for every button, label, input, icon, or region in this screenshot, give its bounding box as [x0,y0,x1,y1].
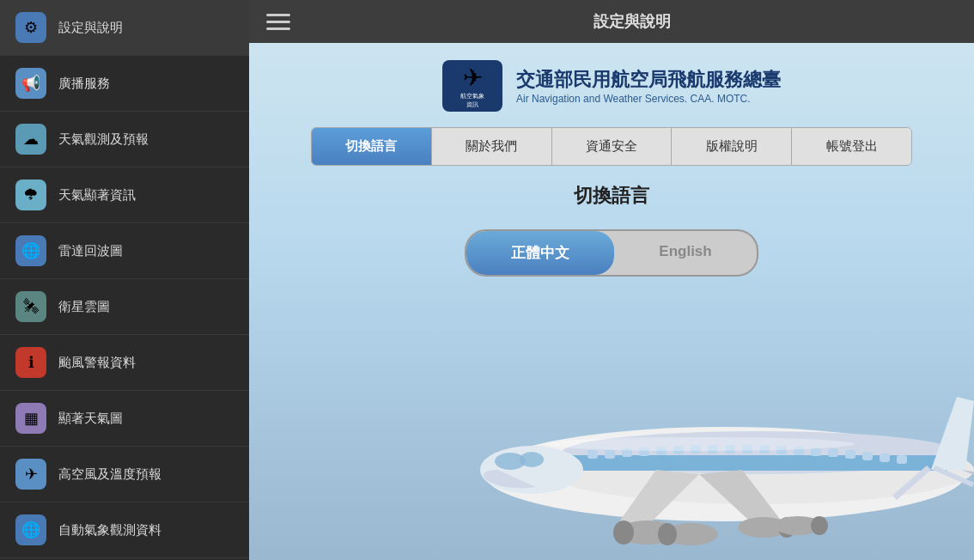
sidebar-label-settings: 設定與說明 [58,20,123,36]
sidebar-item-weather-sig[interactable]: 🌩天氣顯著資訊 [0,167,249,223]
tab-about[interactable]: 關於我們 [432,128,552,165]
svg-point-25 [520,452,544,467]
broadcast-icon: 📢 [15,68,46,99]
org-name-zh: 交通部民用航空局飛航服務總臺 [516,67,781,93]
svg-rect-4 [587,450,598,459]
tab-lang[interactable]: 切換語言 [312,128,432,165]
sidebar-label-sigwx: 顯著天氣圖 [58,411,123,427]
sidebar: ⚙設定與說明📢廣播服務☁天氣觀測及預報🌩天氣顯著資訊🌐雷達回波圖🛰衛星雲圖ℹ颱風… [0,0,249,560]
svg-point-33 [811,516,828,535]
tab-bar: 切換語言關於我們資通安全版權說明帳號登出 [311,127,912,166]
org-logo: ✈ 航空氣象資訊 [442,60,502,112]
sidebar-label-weather-sig: 天氣顯著資訊 [58,187,136,204]
sidebar-item-radar[interactable]: 🌐雷達回波圖 [0,223,249,279]
sidebar-label-satellite: 衛星雲圖 [58,299,110,315]
sidebar-item-settings[interactable]: ⚙設定與說明 [0,0,249,56]
sidebar-item-weather-obs[interactable]: ☁天氣觀測及預報 [0,112,249,167]
radar-icon: 🌐 [15,235,46,266]
sidebar-label-wind: 高空風及溫度預報 [58,466,161,483]
settings-icon: ⚙ [15,12,46,43]
language-toggle: 正體中文English [465,229,758,277]
sidebar-item-auto[interactable]: 🌐自動氣象觀測資料 [0,502,249,558]
svg-point-29 [658,523,677,545]
svg-rect-20 [862,452,873,460]
logo-text: 航空氣象資訊 [460,92,484,109]
content-area: ✈ 航空氣象資訊 交通部民用航空局飛航服務總臺 Air Navigation a… [249,43,974,560]
auto-icon: 🌐 [15,514,46,545]
lang-btn-en[interactable]: English [614,231,756,275]
top-header: 設定與說明 [249,0,974,43]
sidebar-label-weather-obs: 天氣觀測及預報 [58,131,149,148]
sidebar-label-auto: 自動氣象觀測資料 [58,522,161,539]
wind-icon: ✈ [15,459,46,490]
sidebar-item-sigwx[interactable]: ▦顯著天氣圖 [0,391,249,447]
tab-logout[interactable]: 帳號登出 [792,128,911,165]
sigwx-icon: ▦ [15,403,46,434]
hamburger-menu[interactable] [266,14,290,30]
svg-rect-19 [845,450,855,459]
weather-sig-icon: 🌩 [15,180,46,210]
svg-rect-21 [880,453,890,462]
typhoon-icon: ℹ [15,347,46,378]
airplane-icon: ✈ [463,64,483,92]
tab-security[interactable]: 資通安全 [552,128,673,165]
svg-rect-18 [828,448,838,457]
main-panel: 設定與說明 ✈ 航空氣象資訊 交通部民用航空局飛航服務總臺 Air Naviga… [249,0,974,560]
sidebar-item-satellite[interactable]: 🛰衛星雲圖 [0,279,249,335]
svg-rect-22 [897,455,907,464]
svg-point-27 [613,520,634,545]
org-header: ✈ 航空氣象資訊 交通部民用航空局飛航服務總臺 Air Navigation a… [270,60,953,112]
svg-point-34 [545,437,854,451]
satellite-icon: 🛰 [15,291,46,322]
lang-btn-zh[interactable]: 正體中文 [466,231,614,275]
svg-rect-5 [605,450,615,459]
weather-obs-icon: ☁ [15,124,46,155]
svg-rect-3 [562,455,948,471]
org-name-en: Air Navigation and Weather Services. CAA… [516,93,781,105]
sidebar-label-radar: 雷達回波圖 [58,243,123,259]
sidebar-label-typhoon: 颱風警報資料 [58,355,136,371]
header-title: 設定與說明 [307,11,957,32]
sidebar-item-wind[interactable]: ✈高空風及溫度預報 [0,447,249,502]
sidebar-item-typhoon[interactable]: ℹ颱風警報資料 [0,335,249,391]
section-title: 切換語言 [270,183,953,209]
svg-rect-17 [811,447,821,456]
tab-copyright[interactable]: 版權說明 [672,128,792,165]
airplane-illustration [399,302,974,560]
sidebar-item-broadcast[interactable]: 📢廣播服務 [0,56,249,112]
sidebar-label-broadcast: 廣播服務 [58,76,110,92]
org-name: 交通部民用航空局飛航服務總臺 Air Navigation and Weathe… [516,67,781,105]
